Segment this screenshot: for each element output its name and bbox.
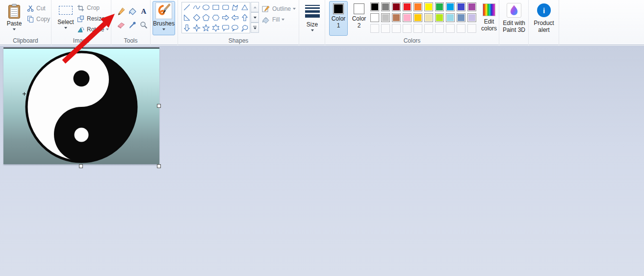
shape-right-arrow[interactable] (221, 13, 231, 23)
outline-dropdown[interactable]: Outline (261, 4, 296, 14)
brushes-dropdown-caret (162, 28, 165, 30)
fill-caret (282, 19, 284, 21)
empty-color-slot[interactable] (403, 24, 412, 33)
shape-five-point-star[interactable] (201, 23, 211, 33)
canvas-image[interactable] (3, 48, 159, 164)
shape-oval-callout[interactable] (231, 23, 240, 33)
color-swatch[interactable] (370, 13, 379, 22)
empty-color-slot[interactable] (413, 24, 422, 33)
color-swatch[interactable] (392, 13, 401, 22)
color-swatch[interactable] (446, 2, 455, 11)
paint-window: Paste Cut Copy Clipboard (0, 0, 644, 276)
color-swatch[interactable] (403, 13, 412, 22)
shape-left-arrow[interactable] (231, 13, 240, 23)
shape-polygon[interactable] (231, 2, 240, 13)
cut-button[interactable]: Cut (27, 3, 46, 13)
text-tool-button[interactable]: A (138, 6, 149, 17)
edit-with-paint3d-button[interactable]: Edit with Paint 3D (502, 1, 526, 36)
color1-button[interactable]: Color 1 (329, 1, 348, 36)
color-picker-tool-button[interactable] (127, 20, 138, 30)
color-swatch[interactable] (467, 13, 476, 22)
shape-rounded-rectangle-callout[interactable] (221, 23, 231, 33)
select-button[interactable]: Select (55, 2, 77, 37)
select-dropdown-caret (64, 27, 67, 29)
cut-label: Cut (36, 5, 46, 12)
ribbon-group-size: Size (299, 0, 325, 45)
color-swatch[interactable] (370, 2, 379, 11)
shape-hexagon[interactable] (211, 13, 221, 23)
resize-button[interactable]: Resize (77, 14, 105, 24)
selection-handle-right[interactable] (157, 104, 161, 108)
fill-with-color-tool-button[interactable] (127, 6, 138, 17)
color1-number: 1 (337, 22, 340, 29)
empty-color-slot[interactable] (381, 24, 390, 33)
color-swatch[interactable] (403, 2, 412, 11)
color-swatch[interactable] (435, 2, 444, 11)
color-swatch[interactable] (424, 13, 433, 22)
shape-oval[interactable] (201, 2, 211, 13)
selection-handle-bottom-right[interactable] (157, 164, 161, 168)
brushes-button[interactable]: Brushes (153, 1, 175, 35)
shapes-scroll-up-button[interactable] (251, 2, 259, 12)
brushes-label: Brushes (153, 20, 175, 27)
empty-color-slot[interactable] (457, 24, 465, 33)
brush-icon (155, 2, 172, 19)
shapes-caption: Shapes (178, 37, 299, 44)
color-swatch[interactable] (435, 13, 444, 22)
color-swatch[interactable] (392, 2, 401, 11)
drawing-workspace (0, 46, 644, 276)
shape-up-arrow[interactable] (240, 13, 250, 23)
empty-color-slot[interactable] (392, 24, 401, 33)
edit-colors-button[interactable]: Edit colors (480, 1, 498, 36)
empty-color-slot[interactable] (370, 24, 379, 33)
paste-label: Paste (7, 20, 22, 27)
outline-label: Outline (272, 5, 291, 12)
color-swatch[interactable] (457, 2, 465, 11)
info-icon: i (537, 3, 551, 17)
shape-right-triangle[interactable] (182, 13, 192, 23)
down-arrow-icon (254, 17, 257, 19)
shape-four-point-star[interactable] (192, 23, 202, 33)
product-alert-button[interactable]: i Product alert (532, 1, 556, 36)
shape-rectangle[interactable] (211, 2, 221, 13)
color-swatch[interactable] (381, 2, 390, 11)
paste-button[interactable]: Paste (4, 2, 25, 37)
color-swatch[interactable] (467, 2, 476, 11)
color-swatch[interactable] (424, 2, 433, 11)
empty-color-slot[interactable] (446, 24, 455, 33)
eraser-tool-button[interactable] (116, 20, 127, 30)
shape-line[interactable] (182, 2, 192, 13)
shape-six-point-star[interactable] (211, 23, 221, 33)
color-swatch[interactable] (446, 13, 455, 22)
color-swatch[interactable] (413, 2, 422, 11)
color-swatch[interactable] (457, 13, 465, 22)
crop-button[interactable]: Crop (77, 3, 100, 13)
empty-color-slot[interactable] (435, 24, 444, 33)
shape-triangle[interactable] (240, 2, 250, 13)
shape-curve[interactable] (192, 2, 202, 13)
shape-pentagon[interactable] (201, 13, 211, 23)
color2-button[interactable]: Color 2 (350, 1, 368, 36)
rotate-button[interactable]: Rotate (77, 25, 109, 34)
shape-rounded-rectangle[interactable] (221, 2, 231, 13)
clipboard-icon (8, 4, 20, 19)
paste-dropdown-caret (13, 28, 16, 30)
color-swatch[interactable] (413, 13, 422, 22)
shape-diamond[interactable] (192, 13, 202, 23)
shape-down-arrow[interactable] (182, 23, 192, 33)
shapes-more-button[interactable] (251, 23, 259, 33)
selection-handle-bottom[interactable] (79, 164, 83, 168)
shapes-scroll-down-button[interactable] (251, 12, 259, 23)
copy-button[interactable]: Copy (27, 14, 50, 24)
magnifier-tool-button[interactable] (138, 20, 149, 30)
pencil-tool-button[interactable] (116, 6, 127, 17)
shape-cloud-callout[interactable] (240, 23, 250, 33)
shapes-gallery (181, 2, 250, 33)
clipboard-caption: Clipboard (0, 37, 51, 44)
resize-label: Resize (87, 15, 105, 22)
empty-color-slot[interactable] (424, 24, 433, 33)
fill-dropdown[interactable]: Fill (261, 15, 284, 25)
empty-color-slot[interactable] (467, 24, 476, 33)
color-swatch[interactable] (381, 13, 390, 22)
size-button[interactable]: Size (302, 1, 322, 36)
